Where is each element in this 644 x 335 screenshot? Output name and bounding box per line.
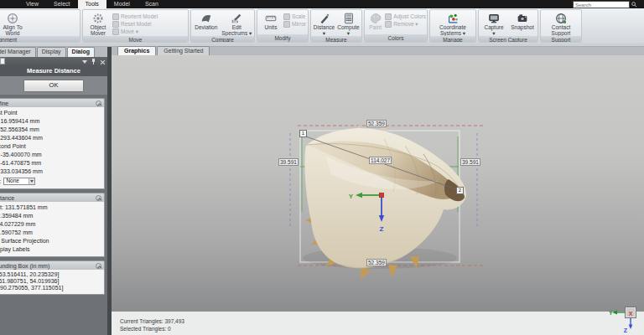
deviation-button[interactable]: Deviation (192, 11, 221, 31)
tab-display[interactable]: Display (37, 47, 66, 57)
view-ray-row: View Ray: None (0, 176, 104, 186)
distance-section-header[interactable]: Distance (0, 193, 105, 202)
mirror-button[interactable]: Mirror (283, 20, 306, 28)
distance-button[interactable]: Distance ▾ (312, 11, 336, 36)
mini-axis-z-label: Z (624, 327, 628, 333)
mini-axis-y-label: Y (609, 310, 613, 316)
panel-tabs: Model Manager Display Dialog (0, 47, 107, 57)
scale-button[interactable]: Scale (283, 13, 306, 20)
ribbon-group-move: Object Mover Reorient Model Reset Model … (82, 9, 189, 43)
search-input[interactable] (573, 1, 630, 8)
tab-dialog[interactable]: Dialog (67, 47, 95, 57)
collapse-icon[interactable] (96, 195, 101, 201)
tab-tools[interactable]: Tools (78, 0, 106, 8)
point-marker-2: 2 (456, 187, 464, 194)
tab-graphics[interactable]: Graphics (117, 46, 156, 55)
reset-model-icon (112, 21, 119, 28)
pin-icon[interactable] (91, 59, 96, 64)
align-to-world-button[interactable]: Align To World (0, 11, 27, 36)
reorient-model-icon (112, 13, 119, 20)
surface-projection-checkbox[interactable]: On Surface Projection (0, 237, 104, 245)
units-button[interactable]: Units (258, 11, 283, 31)
tab-getting-started[interactable]: Getting Started (157, 46, 210, 55)
coordinate-systems-button[interactable]: Coordinate Systems ▾ (432, 11, 474, 36)
tab-model[interactable]: Model (106, 0, 138, 8)
bounding-box-section-header[interactable]: Bounding Box (in mm) (0, 260, 105, 270)
monitor-icon (487, 11, 501, 25)
tab-select[interactable]: Select (46, 0, 77, 8)
adjust-colors-button[interactable]: Adjust Colors (385, 13, 426, 20)
panel-menu-icon[interactable] (82, 60, 87, 64)
scale-icon (283, 13, 290, 20)
collapse-icon[interactable] (96, 100, 101, 106)
compute-button[interactable]: Compute ▾ (336, 11, 361, 36)
second-point-label: Second Point (0, 142, 104, 151)
palette-icon (369, 11, 382, 25)
application-window: View Select Tools Model Scan Align To (0, 0, 644, 335)
distance-total: Dist: 131.571851 mm (0, 204, 104, 212)
dropdown-arrow-icon (29, 178, 34, 184)
adjust-colors-icon (385, 13, 392, 20)
group-label-move: Move (83, 36, 188, 42)
capture-button[interactable]: Capture ▾ (480, 11, 508, 36)
units-icon (264, 11, 278, 25)
display-labels-checkbox[interactable]: Display Labels (0, 245, 104, 254)
define-section-body: First Point X: 16.959414 mm Y: 52.556354… (0, 107, 105, 189)
mini-axis-x-label: X (629, 311, 633, 317)
bounding-box-section: Bounding Box (in mm) X: [-53.516411, 20.… (0, 260, 105, 295)
tab-scan[interactable]: Scan (138, 0, 166, 8)
group-label-screen-capture: Screen Capture (479, 36, 538, 42)
bounding-x-range: X: [-53.516411, 20.235329] (0, 271, 104, 278)
modify-small-buttons: Scale Mirror (283, 11, 306, 28)
ribbon-group-measure: Distance ▾ Compute ▾ Measure (310, 9, 362, 43)
selected-triangles-status: Selected Triangles: 0 (120, 325, 171, 332)
view-ray-dropdown[interactable]: None (3, 178, 35, 185)
ok-button[interactable]: OK (23, 80, 84, 92)
ribbon-group-screen-capture: Capture ▾ Snapshot Screen Capture (478, 9, 538, 43)
camera-icon (516, 11, 529, 25)
close-icon[interactable] (100, 59, 105, 64)
point-marker-1: 1 (299, 130, 307, 137)
orientation-indicator: Y X Z (607, 302, 642, 333)
edit-spectrums-icon (230, 11, 243, 25)
search-box (573, 1, 637, 8)
viewport-3d[interactable]: Y Z 52.359 39.591 114.027 39.591 52.359 … (112, 55, 644, 312)
ribbon-group-colors: Paint Adjust Colors Remove ▾ Colors (364, 9, 428, 43)
tab-model-manager[interactable]: Model Manager (0, 47, 36, 57)
contact-support-button[interactable]: Contact Support (542, 11, 580, 36)
snapshot-button[interactable]: Snapshot (508, 11, 537, 31)
first-point-z: Z: 293.443604 mm (0, 134, 104, 142)
group-label-measure: Measure (311, 36, 361, 42)
ribbon-group-support: Contact Support Support (540, 9, 582, 43)
distance-y: Y: 114.027229 mm (0, 220, 104, 229)
distance-z: Z: 39.590752 mm (0, 229, 104, 237)
ribbon-tabs: View Select Tools Model Scan (18, 0, 166, 8)
ribbon-group-modify: Units Scale Mirror Modify (257, 9, 309, 43)
axis-x-marker (379, 193, 383, 197)
paint-button[interactable]: Paint (366, 11, 385, 31)
collapse-icon[interactable] (96, 263, 101, 269)
dim-width-bottom: 52.359 (366, 259, 387, 266)
distance-x: X: 52.359484 mm (0, 212, 104, 220)
colors-small-buttons: Adjust Colors Remove ▾ (385, 11, 426, 28)
group-label-compare: Compare (191, 36, 254, 42)
bounding-z-range: Z: [290.275055, 377.115051] (0, 285, 104, 291)
tab-view[interactable]: View (18, 0, 46, 8)
group-label-manage: Manage (430, 36, 475, 42)
view-ray-label: View Ray: (0, 178, 1, 184)
current-triangles-status: Current Triangles: 397,493 (120, 317, 184, 325)
move-button[interactable]: Move ▾ (112, 28, 158, 35)
edit-spectrums-button[interactable]: Edit Spectrums ▾ (221, 11, 253, 36)
search-icon (631, 2, 637, 8)
mirror-icon (283, 21, 290, 28)
define-section-header[interactable]: Define (0, 98, 105, 107)
ribbon-group-compare: Deviation Edit Spectrums ▾ Compare (190, 9, 255, 43)
dialog-title: Measure Distance (0, 65, 107, 76)
object-mover-button[interactable]: Object Mover (84, 11, 112, 36)
calculator-icon (342, 11, 356, 25)
dim-height-right: 39.591 (460, 158, 480, 166)
reset-model-button[interactable]: Reset Model (112, 20, 158, 28)
reorient-model-button[interactable]: Reorient Model (112, 13, 158, 20)
remove-button[interactable]: Remove ▾ (385, 20, 426, 28)
distance-icon (318, 11, 331, 25)
